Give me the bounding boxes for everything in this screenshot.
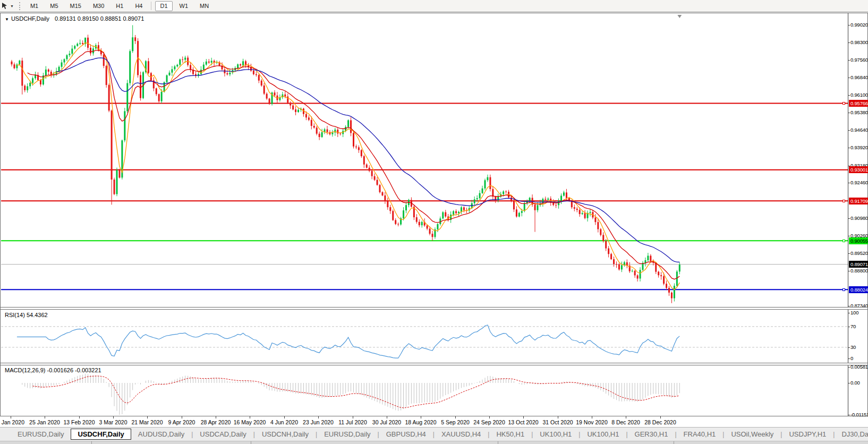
axis-tick: [848, 253, 850, 254]
macd-pane[interactable]: [1, 365, 848, 416]
tab-fra40-h1[interactable]: FRA40,H1: [677, 429, 723, 440]
date-tick-label: 3 Mar 2020: [99, 419, 127, 425]
time-axis-tick: [455, 416, 456, 419]
tab-usdjpy-h1[interactable]: USDJPY,H1: [782, 429, 833, 440]
time-axis-tick: [79, 416, 80, 419]
time-axis-tick: [284, 416, 285, 419]
chart-menu-caret-icon[interactable]: ▼: [5, 17, 9, 22]
macd-tick-label: -0.01151: [850, 412, 868, 417]
timeframe-button-h4[interactable]: H4: [130, 1, 147, 11]
axis-tick: [848, 130, 850, 131]
timeframe-button-d1[interactable]: D1: [155, 1, 172, 11]
timeframe-toolbar: M1M5M15M30H1H4D1W1MN: [24, 1, 215, 11]
tab-usdcad-daily[interactable]: USDCAD,Daily: [193, 429, 253, 440]
date-tick-label: 11 Jul 2020: [338, 419, 367, 425]
line-selection-handle[interactable]: [843, 102, 845, 105]
chart-ohlc-values: 0.89131 0.89150 0.88851 0.89071: [55, 15, 144, 22]
ma-medium-line: [28, 50, 680, 279]
chart-shift-marker[interactable]: [677, 15, 682, 18]
pane-separator[interactable]: [1, 363, 867, 365]
timeframe-button-mn[interactable]: MN: [195, 1, 214, 11]
date-tick-label: 9 Apr 2020: [168, 419, 195, 425]
axis-tick: [848, 306, 850, 306]
date-tick-label: 28 Dec 2020: [644, 419, 676, 425]
macd-histogram: [22, 374, 680, 415]
date-tick-label: 23 Jun 2020: [303, 419, 334, 425]
rsi-tick-label: 100: [850, 310, 858, 315]
date-tick-label: 7 Jan 2020: [0, 419, 24, 425]
tab-audusd-daily[interactable]: AUDUSD,Daily: [131, 429, 191, 440]
axis-tick: [848, 113, 850, 113]
level-price-label[interactable]: 0.95766: [849, 100, 868, 107]
tab-xauusd-h4[interactable]: XAUUSD,H4: [435, 429, 488, 440]
axis-tick: [848, 271, 850, 271]
rsi-tick-label: 70: [850, 323, 856, 329]
cursor-dropdown-caret-icon[interactable]: ▼: [10, 4, 14, 8]
timeframe-button-m30[interactable]: M30: [88, 1, 109, 11]
date-tick-label: 25 Jan 2020: [29, 419, 60, 425]
price-tick-label: 0.96840: [850, 74, 868, 80]
tab-usoil-weekly[interactable]: USOil,Weekly: [724, 429, 780, 440]
tab-eurusd-daily[interactable]: EURUSD,Daily: [317, 429, 377, 440]
time-axis[interactable]: 7 Jan 202025 Jan 202013 Feb 20203 Mar 20…: [0, 416, 868, 427]
price-pane[interactable]: [1, 14, 848, 307]
axis-tick: [848, 78, 850, 78]
price-tick-label: 0.90980: [850, 215, 868, 221]
current-price-label: 0.89071: [849, 261, 868, 268]
chart-cursor-icon[interactable]: [1, 2, 9, 10]
price-tick-label: 0.97560: [850, 57, 868, 63]
pane-separator[interactable]: [1, 307, 867, 310]
tab-uk100-h1[interactable]: UK100,H1: [533, 429, 578, 440]
tab-hk50-h1[interactable]: HK50,H1: [489, 429, 531, 440]
price-tick-label: 0.96100: [850, 92, 868, 98]
line-selection-handle[interactable]: [843, 240, 845, 242]
tab-eurusd-daily[interactable]: EURUSD,Daily: [11, 429, 71, 440]
level-price-label[interactable]: 0.90055: [849, 237, 868, 244]
timeframe-button-m1[interactable]: M1: [25, 1, 43, 11]
line-selection-handle[interactable]: [843, 200, 845, 202]
tab-uk100-h1[interactable]: UK100,H1: [580, 429, 626, 440]
timeframe-button-h1[interactable]: H1: [111, 1, 128, 11]
chart-window: ▼USDCHF,Daily0.89131 0.89150 0.88851 0.8…: [0, 13, 868, 416]
tab-dj30-daily[interactable]: DJ30,Daily: [835, 429, 868, 440]
tab-usdcnh-daily[interactable]: USDCNH,Daily: [255, 429, 316, 440]
level-price-label[interactable]: 0.88024: [849, 286, 868, 293]
status-strip: [0, 441, 868, 444]
axis-tick: [848, 358, 850, 359]
price-tick-label: 0.99020: [850, 22, 868, 28]
axis-tick: [848, 347, 850, 348]
price-tick-label: 0.95380: [850, 109, 868, 115]
status-strip-divider: [674, 441, 674, 444]
time-axis-tick: [592, 416, 592, 419]
time-axis-tick: [182, 416, 182, 419]
price-axis-line[interactable]: [848, 13, 848, 416]
status-strip-divider: [498, 441, 498, 444]
date-tick-label: 8 Dec 2020: [611, 419, 640, 425]
rsi-tick-label: 0: [850, 355, 853, 361]
axis-tick: [848, 383, 850, 383]
axis-tick: [848, 95, 850, 96]
timeframe-button-m5[interactable]: M5: [45, 1, 63, 11]
tab-ger30-h1[interactable]: GER30,H1: [628, 429, 675, 440]
timeframe-button-m15[interactable]: M15: [65, 1, 86, 11]
date-tick-label: 30 Jul 2020: [372, 419, 401, 425]
tab-usdchf-daily[interactable]: USDCHF,Daily: [71, 429, 131, 440]
rsi-pane[interactable]: [1, 310, 848, 363]
price-tick-label: 0.88800: [850, 268, 868, 274]
level-price-label[interactable]: 0.93001: [849, 166, 868, 173]
ma-fast-line: [17, 43, 679, 290]
axis-tick: [848, 236, 850, 236]
axis-tick: [848, 148, 850, 148]
candles-layer: [11, 25, 680, 303]
tab-gbpusd-h4[interactable]: GBPUSD,H4: [379, 429, 433, 440]
chart-tabs-bar: EURUSD,DailyUSDCHF,DailyAUDUSD,Daily|USD…: [0, 427, 868, 441]
date-tick-label: 24 Sep 2020: [473, 419, 505, 425]
rsi-line: [17, 325, 679, 358]
timeframe-button-w1[interactable]: W1: [175, 1, 193, 11]
time-axis-tick: [11, 416, 11, 419]
time-axis-tick: [216, 416, 216, 419]
rsi-tick-label: 30: [850, 344, 856, 350]
line-selection-handle[interactable]: [843, 288, 845, 291]
level-price-label[interactable]: 0.91709: [849, 198, 868, 204]
price-tick-label: 0.89520: [850, 250, 868, 256]
